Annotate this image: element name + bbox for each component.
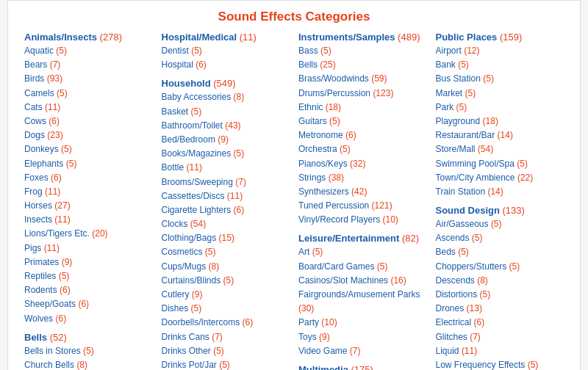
category-item[interactable]: Bottle (11)	[162, 161, 290, 175]
category-item[interactable]: Descends (8)	[436, 274, 564, 288]
category-item[interactable]: Fairgrounds/Amusement Parks (30)	[298, 288, 427, 316]
category-item[interactable]: Curtains/Blinds (5)	[162, 274, 290, 288]
category-item[interactable]: Bathroom/Toilet (43)	[162, 119, 290, 133]
category-item[interactable]: Drones (13)	[436, 302, 564, 316]
category-item[interactable]: Playground (18)	[436, 115, 564, 128]
category-item[interactable]: Clocks (54)	[162, 217, 290, 231]
category-item[interactable]: Airport (12)	[436, 44, 564, 58]
category-item[interactable]: Bells (25)	[298, 58, 427, 72]
category-item[interactable]: Elephants (5)	[24, 157, 153, 171]
category-item[interactable]: Synthesizers (42)	[298, 185, 427, 199]
category-item[interactable]: Cows (6)	[24, 115, 153, 128]
category-item[interactable]: Bass (5)	[298, 44, 427, 58]
category-item[interactable]: Rodents (6)	[24, 283, 153, 297]
category-item[interactable]: Horses (27)	[24, 199, 153, 213]
category-item[interactable]: Cosmetics (5)	[162, 245, 290, 259]
category-header[interactable]: Household (549)	[162, 78, 290, 89]
category-item[interactable]: Electrical (6)	[436, 316, 564, 330]
category-item[interactable]: Air/Gasseous (5)	[436, 217, 564, 231]
category-header[interactable]: Leisure/Entertainment (82)	[298, 233, 427, 244]
category-item[interactable]: Cups/Mugs (8)	[162, 260, 290, 274]
category-item[interactable]: Pianos/Keys (32)	[298, 157, 427, 171]
category-item[interactable]: Dogs (23)	[24, 128, 153, 142]
category-item[interactable]: Tuned Percussion (121)	[298, 199, 427, 213]
category-item[interactable]: Distortions (5)	[436, 288, 564, 302]
category-header[interactable]: Animals/Insects (278)	[24, 32, 153, 43]
category-item[interactable]: Bed/Bedroom (9)	[162, 133, 290, 147]
category-item[interactable]: Video Game (7)	[298, 344, 427, 358]
category-item[interactable]: Market (5)	[436, 87, 564, 101]
category-item[interactable]: Reptiles (5)	[24, 269, 153, 283]
category-item[interactable]: Cigarette Lighters (6)	[162, 203, 290, 217]
category-item[interactable]: Wolves (6)	[24, 312, 153, 326]
category-header[interactable]: Instruments/Samples (489)	[298, 32, 427, 43]
category-item[interactable]: Insects (11)	[24, 213, 153, 227]
category-item[interactable]: Board/Card Games (5)	[298, 260, 427, 274]
category-item[interactable]: Baby Accessories (8)	[162, 90, 290, 104]
main-container: Sound Effects Categories Animals/Insects…	[7, 0, 581, 370]
category-item[interactable]: Books/Magazines (5)	[162, 147, 290, 161]
category-item[interactable]: Clothing/Bags (15)	[162, 231, 290, 245]
category-item[interactable]: Doorbells/Intercoms (6)	[162, 316, 290, 330]
category-item[interactable]: Orchestra (5)	[298, 142, 427, 156]
category-header[interactable]: Multimedia (175)	[298, 364, 427, 370]
category-item[interactable]: Primates (9)	[24, 255, 153, 269]
category-item[interactable]: Drinks Other (5)	[162, 344, 290, 358]
category-item[interactable]: Hospital (6)	[162, 58, 290, 72]
category-item[interactable]: Liquid (11)	[436, 344, 564, 358]
category-item[interactable]: Ethnic (18)	[298, 101, 427, 115]
category-item[interactable]: Bank (5)	[436, 58, 564, 72]
category-item[interactable]: Low Frequency Effects (5)	[436, 358, 564, 370]
category-item[interactable]: Camels (5)	[24, 87, 153, 101]
category-item[interactable]: Train Station (14)	[436, 185, 564, 199]
category-item[interactable]: Donkeys (5)	[24, 142, 153, 156]
category-item[interactable]: Party (10)	[298, 316, 427, 330]
group-0-0: Animals/Insects (278)Aquatic (5)Bears (7…	[24, 32, 153, 326]
category-item[interactable]: Store/Mall (54)	[436, 142, 564, 156]
category-item[interactable]: Glitches (7)	[436, 330, 564, 344]
category-item[interactable]: Beds (5)	[436, 245, 564, 259]
category-header[interactable]: Hospital/Medical (11)	[162, 32, 290, 43]
category-item[interactable]: Strings (38)	[298, 171, 427, 185]
category-item[interactable]: Choppers/Stutters (5)	[436, 260, 564, 274]
category-item[interactable]: Cutlery (9)	[162, 288, 290, 302]
category-item[interactable]: Foxes (6)	[24, 171, 153, 185]
category-item[interactable]: Ascends (5)	[436, 231, 564, 245]
category-header[interactable]: Bells (52)	[24, 332, 153, 343]
group-2-0: Instruments/Samples (489)Bass (5)Bells (…	[298, 32, 427, 227]
category-item[interactable]: Drinks Pot/Jar (5)	[162, 358, 290, 370]
category-item[interactable]: Pigs (11)	[24, 242, 153, 255]
category-item[interactable]: Casinos/Slot Machines (16)	[298, 274, 427, 288]
group-3-0: Public Places (159)Airport (12)Bank (5)B…	[436, 32, 564, 199]
category-item[interactable]: Drums/Percussion (123)	[298, 87, 427, 101]
category-item[interactable]: Lions/Tigers Etc. (20)	[24, 227, 153, 241]
category-item[interactable]: Frog (11)	[24, 185, 153, 199]
category-item[interactable]: Art (5)	[298, 245, 427, 259]
category-item[interactable]: Dishes (5)	[162, 302, 290, 316]
category-item[interactable]: Church Bells (8)	[24, 358, 153, 370]
category-item[interactable]: Dentist (5)	[162, 44, 290, 58]
category-item[interactable]: Bus Station (5)	[436, 72, 564, 86]
category-item[interactable]: Bears (7)	[24, 58, 153, 72]
category-item[interactable]: Sheep/Goats (6)	[24, 297, 153, 311]
category-item[interactable]: Swimming Pool/Spa (5)	[436, 157, 564, 171]
category-item[interactable]: Guitars (5)	[298, 115, 427, 128]
category-item[interactable]: Brass/Woodwinds (59)	[298, 72, 427, 86]
category-item[interactable]: Drinks Cans (7)	[162, 330, 290, 344]
category-item[interactable]: Metronome (6)	[298, 128, 427, 142]
category-item[interactable]: Park (5)	[436, 101, 564, 115]
category-item[interactable]: Birds (93)	[24, 72, 153, 86]
category-header[interactable]: Sound Design (133)	[436, 205, 564, 216]
category-item[interactable]: Brooms/Sweeping (7)	[162, 175, 290, 189]
category-item[interactable]: Cassettes/Discs (11)	[162, 189, 290, 203]
category-item[interactable]: Bells in Stores (5)	[24, 344, 153, 358]
category-item[interactable]: Vinyl/Record Players (10)	[298, 213, 427, 227]
category-item[interactable]: Restaurant/Bar (14)	[436, 128, 564, 142]
category-item[interactable]: Toys (9)	[298, 330, 427, 344]
category-item[interactable]: Basket (5)	[162, 105, 290, 119]
category-item[interactable]: Town/City Ambience (22)	[436, 171, 564, 185]
category-item[interactable]: Aquatic (5)	[24, 44, 153, 58]
group-2-2: Multimedia (175)Alerts/Prompts (65)Butto…	[298, 364, 427, 370]
category-header[interactable]: Public Places (159)	[436, 32, 564, 43]
category-item[interactable]: Cats (11)	[24, 101, 153, 115]
